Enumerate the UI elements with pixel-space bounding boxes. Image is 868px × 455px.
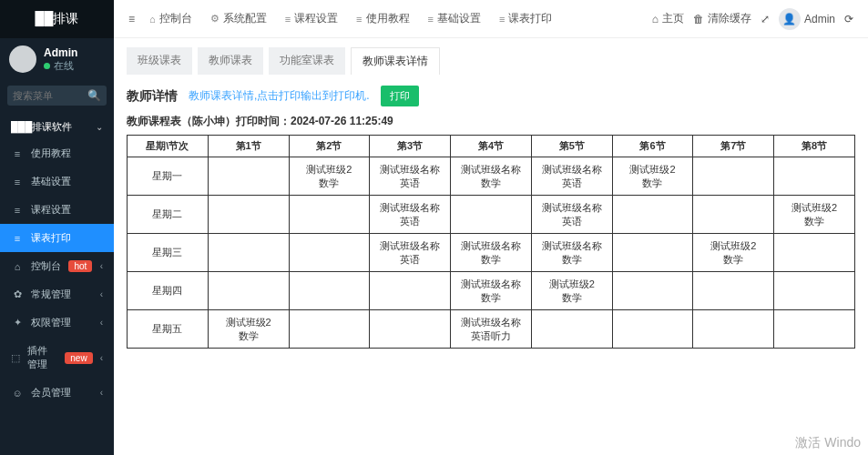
search-box[interactable]: 🔍 (7, 86, 107, 106)
online-dot-icon (44, 63, 50, 69)
chevron-left-icon: ‹ (100, 353, 103, 363)
cell-class: 测试班级名称 (534, 163, 610, 177)
schedule-cell (774, 234, 855, 272)
tab-strip: 班级课表教师课表功能室课表教师课表详情 (127, 47, 855, 75)
topnav-label: 课程设置 (294, 11, 338, 26)
print-button[interactable]: 打印 (381, 86, 419, 106)
cell-subject: 数学 (534, 253, 610, 267)
day-cell: 星期四 (128, 272, 209, 310)
schedule-cell: 测试班级名称英语 (370, 196, 451, 234)
cell-subject: 数学 (210, 329, 287, 343)
nav-label: 课程设置 (31, 203, 71, 217)
nav-icon: ⌂ (11, 261, 24, 272)
search-input[interactable] (13, 90, 87, 101)
nav-label: 权限管理 (31, 316, 71, 329)
schedule-cell (612, 272, 693, 310)
topnav-label: 使用教程 (366, 11, 410, 26)
nav-icon: ✿ (11, 288, 24, 300)
menu-toggle-icon[interactable]: ≡ (121, 13, 142, 25)
topnav-icon: ⚙ (210, 13, 220, 25)
tab-1[interactable]: 教师课表 (198, 47, 263, 75)
home-link[interactable]: ⌂ 主页 (652, 11, 684, 26)
nav-icon: ⬚ (11, 352, 20, 364)
topnav-label: 系统配置 (223, 11, 267, 26)
schedule-cell: 测试班级名称英语听力 (451, 310, 532, 349)
topnav-item-4[interactable]: ≡基础设置 (421, 5, 488, 32)
sidebar-item-8[interactable]: ☺会员管理‹ (0, 379, 114, 407)
nav-icon: ≡ (11, 233, 24, 244)
schedule-cell: 测试班级名称数学 (451, 157, 532, 196)
schedule-cell (531, 310, 612, 349)
cell-subject: 数学 (453, 177, 529, 190)
user-avatar[interactable] (9, 46, 36, 73)
schedule-cell: 测试班级2数学 (774, 196, 855, 234)
cell-class: 测试班级名称 (372, 201, 448, 215)
topnav-item-2[interactable]: ≡课程设置 (278, 5, 345, 32)
refresh-icon[interactable]: ⟳ (844, 13, 853, 25)
day-cell: 星期三 (128, 234, 209, 272)
schedule-cell (289, 272, 370, 310)
schedule-cell (208, 234, 289, 272)
schedule-cell: 测试班级名称英语 (531, 196, 612, 234)
topnav-icon: ≡ (428, 14, 434, 25)
topnav-item-5[interactable]: ≡课表打印 (492, 5, 559, 32)
topbar: ≡ ⌂控制台⚙系统配置≡课程设置≡使用教程≡基础设置≡课表打印 ⌂ 主页 🗑 清… (114, 0, 868, 38)
schedule-cell (693, 310, 774, 349)
cell-subject: 英语听力 (453, 329, 529, 343)
period-header: 第7节 (693, 136, 774, 157)
topnav-icon: ≡ (499, 14, 505, 25)
schedule-cell: 测试班级2数学 (531, 272, 612, 310)
user-status: 在线 (44, 59, 77, 73)
nav-section-header[interactable]: ███排课软件 ⌄ (0, 111, 114, 139)
schedule-cell (208, 157, 289, 196)
nav-label: 常规管理 (31, 288, 71, 301)
cell-class: 测试班级2 (291, 163, 368, 177)
sidebar: ██排课 Admin 在线 🔍 ███排课软件 ⌄ ≡使用教程≡基础设置≡课程设… (0, 0, 114, 455)
tab-0[interactable]: 班级课表 (127, 47, 192, 75)
cell-class: 测试班级名称 (534, 239, 610, 253)
period-header: 第5节 (531, 136, 612, 157)
clear-cache-link[interactable]: 🗑 清除缓存 (693, 11, 751, 26)
nav-label: 控制台 (31, 259, 61, 273)
topnav-item-1[interactable]: ⚙系统配置 (203, 5, 274, 32)
cell-subject: 数学 (534, 291, 610, 305)
sidebar-item-5[interactable]: ✿常规管理‹ (0, 280, 114, 308)
schedule-cell (289, 196, 370, 234)
topnav-item-0[interactable]: ⌂控制台 (142, 5, 199, 32)
sidebar-item-2[interactable]: ≡课程设置 (0, 196, 114, 224)
section-hint: 教师课表详情,点击打印输出到打印机. (189, 88, 370, 104)
schedule-row: 星期四测试班级名称数学测试班级2数学 (128, 272, 855, 310)
schedule-cell (693, 157, 774, 196)
tab-2[interactable]: 功能室课表 (269, 47, 345, 75)
period-header: 第6节 (612, 136, 693, 157)
topbar-user[interactable]: 👤Admin (779, 8, 835, 30)
cell-subject: 数学 (615, 177, 691, 190)
cell-class: 测试班级名称 (372, 239, 448, 253)
cell-subject: 数学 (695, 253, 771, 267)
sidebar-item-4[interactable]: ⌂控制台hot‹ (0, 252, 114, 280)
cell-class: 测试班级2 (210, 316, 287, 329)
schedule-cell: 测试班级2数学 (693, 234, 774, 272)
topnav-item-3[interactable]: ≡使用教程 (349, 5, 416, 32)
sidebar-item-1[interactable]: ≡基础设置 (0, 167, 114, 196)
fullscreen-icon[interactable]: ⤢ (761, 13, 770, 25)
cell-class: 测试班级2 (615, 163, 691, 177)
chevron-left-icon: ‹ (100, 289, 103, 299)
schedule-cell (208, 272, 289, 310)
sidebar-item-7[interactable]: ⬚插件管理new‹ (0, 337, 114, 379)
schedule-row: 星期二测试班级名称英语测试班级名称英语测试班级2数学 (128, 196, 855, 234)
sidebar-item-3[interactable]: ≡课表打印 (0, 224, 114, 252)
sidebar-item-6[interactable]: ✦权限管理‹ (0, 308, 114, 337)
cell-subject: 英语 (372, 253, 448, 267)
schedule-cell: 测试班级名称英语 (370, 234, 451, 272)
day-cell: 星期五 (128, 310, 209, 349)
topnav-label: 控制台 (159, 11, 192, 26)
schedule-cell: 测试班级名称数学 (531, 234, 612, 272)
topnav-icon: ⌂ (149, 14, 156, 25)
period-header: 第8节 (774, 136, 855, 157)
tab-3[interactable]: 教师课表详情 (351, 47, 440, 75)
nav-icon: ≡ (11, 148, 24, 159)
sidebar-item-0[interactable]: ≡使用教程 (0, 139, 114, 167)
chevron-left-icon: ‹ (100, 388, 103, 398)
cell-subject: 数学 (453, 291, 529, 305)
